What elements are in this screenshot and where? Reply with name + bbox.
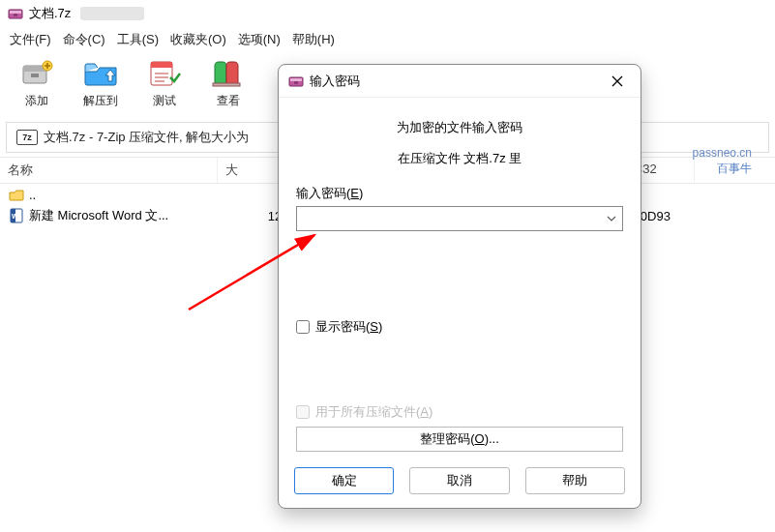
menu-file[interactable]: 文件(F) xyxy=(10,31,51,48)
menu-help[interactable]: 帮助(H) xyxy=(292,31,335,48)
menu-tool[interactable]: 工具(S) xyxy=(117,31,159,48)
window-title: 文档.7z xyxy=(29,5,71,22)
tool-test[interactable]: 测试 xyxy=(141,58,188,109)
show-password-checkbox[interactable]: 显示密码(S) xyxy=(296,318,623,336)
svg-rect-2 xyxy=(14,14,17,16)
show-password-input[interactable] xyxy=(296,320,310,334)
docx-icon: W xyxy=(8,208,25,223)
tool-extract[interactable]: 解压到 xyxy=(77,58,124,109)
test-icon xyxy=(145,58,184,89)
password-input[interactable] xyxy=(296,206,623,231)
dialog-info1: 为加密的文件输入密码 xyxy=(296,119,623,136)
help-button[interactable]: 帮助 xyxy=(525,467,625,494)
ok-button[interactable]: 确定 xyxy=(294,467,394,494)
dialog-title: 输入密码 xyxy=(310,73,604,90)
password-combo xyxy=(296,206,623,231)
list-item-name: .. xyxy=(29,188,223,202)
folder-up-icon xyxy=(8,187,25,202)
close-button[interactable] xyxy=(604,68,631,95)
svg-rect-5 xyxy=(31,74,39,77)
tool-add-label: 添加 xyxy=(25,93,48,109)
tool-view[interactable]: 查看 xyxy=(205,58,252,109)
dialog-titlebar: 输入密码 xyxy=(279,65,641,98)
winrar-icon xyxy=(288,74,304,89)
cancel-button[interactable]: 取消 xyxy=(409,467,509,494)
password-label: 输入密码(E) xyxy=(296,185,623,202)
menu-options[interactable]: 选项(N) xyxy=(238,31,281,48)
all-archives-checkbox: 用于所有压缩文件(A) xyxy=(296,403,623,421)
menu-command[interactable]: 命令(C) xyxy=(63,31,105,48)
tool-extract-label: 解压到 xyxy=(83,93,118,109)
col-name[interactable]: 名称 xyxy=(0,158,218,183)
close-icon xyxy=(611,75,623,87)
list-item-name: 新建 Microsoft Word 文... xyxy=(29,207,223,224)
tool-test-label: 测试 xyxy=(153,93,176,109)
location-text: 文档.7z - 7-Zip 压缩文件, 解包大小为 xyxy=(44,129,249,146)
all-archives-input xyxy=(296,405,310,419)
watermark-line1: passneo.cn xyxy=(693,145,752,161)
svg-rect-14 xyxy=(290,78,302,81)
titlebar: 文档.7z x xyxy=(0,0,775,27)
password-dialog: 输入密码 为加密的文件输入密码 在压缩文件 文档.7z 里 输入密码(E) 显示… xyxy=(278,64,641,509)
watermark: passneo.cn 百事牛 xyxy=(693,145,752,176)
watermark-line2: 百事牛 xyxy=(693,161,752,176)
manage-passwords-button[interactable]: 整理密码(O)... xyxy=(296,427,623,452)
svg-rect-9 xyxy=(213,83,240,86)
svg-rect-1 xyxy=(10,11,21,14)
svg-text:W: W xyxy=(12,213,18,220)
menu-favorites[interactable]: 收藏夹(O) xyxy=(170,31,226,48)
archive-icon: 7z xyxy=(16,130,38,145)
view-icon xyxy=(209,58,248,89)
dialog-buttons: 确定 取消 帮助 xyxy=(279,458,641,508)
add-icon xyxy=(17,58,56,89)
title-blurred: x xyxy=(80,7,144,20)
svg-rect-8 xyxy=(151,62,172,68)
menubar: 文件(F) 命令(C) 工具(S) 收藏夹(O) 选项(N) 帮助(H) xyxy=(0,27,775,52)
dialog-info2: 在压缩文件 文档.7z 里 xyxy=(296,150,623,167)
winrar-icon xyxy=(8,6,23,21)
tool-add[interactable]: 添加 xyxy=(14,58,60,109)
tool-view-label: 查看 xyxy=(217,93,240,109)
extract-icon xyxy=(81,58,120,89)
svg-rect-15 xyxy=(294,81,298,84)
dialog-body: 为加密的文件输入密码 在压缩文件 文档.7z 里 输入密码(E) 显示密码(S)… xyxy=(279,98,641,458)
